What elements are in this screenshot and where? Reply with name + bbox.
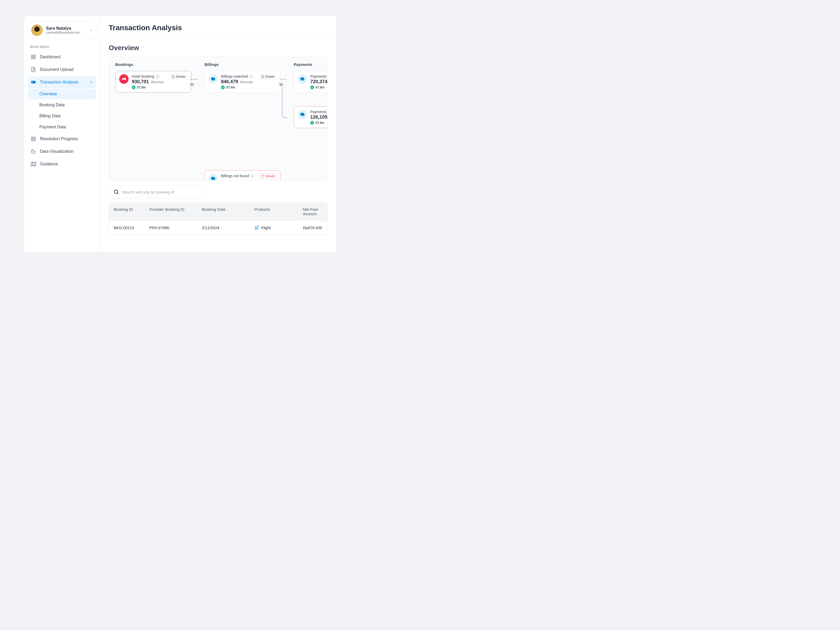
- sidebar-item-dashboard[interactable]: Dashboard: [28, 51, 96, 63]
- search-bar[interactable]: [109, 185, 206, 199]
- svg-text:$: $: [133, 86, 134, 89]
- th-net-fare: Net Fare Amount: [298, 203, 327, 220]
- user-name: Sara Natalya: [46, 26, 89, 31]
- td-booking-id: BKG-00123: [109, 221, 145, 235]
- th-products: Products: [249, 203, 298, 220]
- chevron-up-icon: [90, 80, 94, 84]
- svg-text:$: $: [312, 122, 313, 124]
- page-header: Transaction Analysis: [100, 16, 336, 38]
- details-label: Details: [176, 75, 186, 79]
- card-amount: 57.8m: [316, 121, 324, 125]
- card-icon: [208, 174, 218, 181]
- svg-line-42: [117, 193, 118, 194]
- flow-card-payments-not-found[interactable]: Payments not found 126,105 Records $ 57.: [294, 106, 328, 128]
- card-icon: [298, 74, 307, 84]
- submenu-item-payment-data[interactable]: Payment Data: [28, 122, 96, 132]
- column-title: Bookings: [115, 62, 191, 67]
- svg-rect-7: [32, 137, 33, 139]
- flow-card-hotel-booking[interactable]: Hotel booking 930,701 Records: [115, 71, 191, 93]
- svg-text:$: $: [312, 86, 313, 89]
- submenu-item-overview[interactable]: Overview: [28, 89, 96, 99]
- th-provider-booking-id: Provider Booking ID: [145, 203, 197, 220]
- td-booking-date: 2/11/2024: [197, 221, 249, 235]
- th-booking-date: Booking Date: [197, 203, 249, 220]
- upload-icon: [30, 67, 36, 73]
- flow-card-payments-matched[interactable]: Payments matched 720,374 Records $ 57.8m: [294, 71, 328, 93]
- svg-rect-3: [34, 57, 35, 59]
- eye-icon: [190, 83, 194, 86]
- sidebar-item-label: Guidance: [40, 162, 94, 166]
- card-value: 846,479: [221, 79, 238, 85]
- user-card[interactable]: Sara Natalya saranath@example.com: [28, 22, 96, 39]
- flow-column-billings: Billings Billings matched: [204, 62, 281, 175]
- svg-text:$: $: [222, 86, 224, 89]
- map-icon: [30, 161, 36, 167]
- sidebar-item-label: Dashboard: [40, 55, 94, 59]
- column-title: Payments: [294, 62, 328, 67]
- svg-rect-39: [301, 114, 304, 115]
- page-title: Transaction Analysis: [109, 24, 328, 32]
- sidebar-item-resolution-progress[interactable]: Resolution Progress: [28, 133, 96, 145]
- td-provider-booking-id: PRV-67890: [145, 221, 197, 235]
- submenu-transaction-analysis: Overview Booking Data Billing Data Payme…: [28, 89, 96, 132]
- details-label: Details: [265, 75, 275, 79]
- sidebar-item-guidance[interactable]: Guidance: [28, 158, 96, 170]
- card-title: Payments matched: [310, 74, 328, 79]
- details-button[interactable]: Details: [169, 74, 188, 79]
- column-title: Billings: [204, 62, 281, 67]
- svg-rect-35: [301, 79, 304, 79]
- td-products: Flight: [249, 221, 298, 235]
- svg-point-41: [114, 190, 118, 193]
- card-value: 930,701: [132, 79, 149, 85]
- bed-icon: [119, 74, 129, 84]
- info-icon: [249, 74, 253, 78]
- document-icon: [261, 75, 264, 78]
- card-icon: [298, 110, 307, 119]
- svg-rect-9: [32, 139, 33, 141]
- svg-rect-1: [34, 55, 35, 57]
- sidebar-item-transaction-analysis[interactable]: Transaction Analysis: [28, 76, 96, 88]
- sidebar-item-data-visualization[interactable]: Data Visualization: [28, 145, 96, 158]
- grid-icon: [30, 136, 36, 142]
- eye-node[interactable]: [189, 81, 195, 88]
- svg-rect-8: [34, 137, 35, 139]
- submenu-item-booking-data[interactable]: Booking Data: [28, 100, 96, 110]
- card-icon: [208, 74, 218, 84]
- details-button[interactable]: Details: [259, 173, 277, 179]
- card-title: Payments not found: [310, 110, 328, 114]
- search-input[interactable]: [122, 190, 201, 194]
- card-amount: 57.8m: [137, 85, 146, 89]
- info-icon: [251, 174, 254, 178]
- svg-rect-28: [212, 178, 215, 180]
- flow-container: Bookings Hotel booking: [109, 57, 328, 181]
- svg-rect-2: [32, 57, 33, 59]
- svg-rect-34: [301, 78, 304, 81]
- flow-card-billings-not-found[interactable]: Billings not found Details: [204, 171, 281, 181]
- grid-icon: [30, 54, 36, 60]
- sidebar-item-label: Transaction Analysis: [40, 80, 90, 85]
- main-content: Transaction Analysis Overview Bookings: [100, 16, 336, 252]
- section-title: Overview: [100, 38, 336, 57]
- details-button[interactable]: Details: [259, 74, 277, 79]
- submenu-item-billing-data[interactable]: Billing Data: [28, 111, 96, 121]
- details-label: Details: [265, 174, 275, 178]
- search-icon: [114, 189, 119, 194]
- eye-node[interactable]: [278, 81, 284, 88]
- avatar: [31, 24, 43, 36]
- flow-column-bookings: Bookings Hotel booking: [115, 62, 191, 175]
- td-net-fare: Rp879.000: [298, 221, 327, 235]
- chart-icon: [30, 148, 36, 154]
- sidebar-item-label: Document Upload: [40, 67, 94, 72]
- svg-rect-29: [212, 178, 215, 179]
- svg-marker-11: [31, 162, 36, 166]
- dollar-icon: $: [310, 85, 314, 89]
- card-unit: Records: [240, 80, 253, 84]
- table-row[interactable]: BKG-00123 PRV-67890 2/11/2024 Flight Rp8…: [109, 221, 327, 235]
- card-unit: Records: [151, 80, 164, 84]
- flow-card-billings-matched[interactable]: Billings matched 846,479 Records: [204, 71, 281, 93]
- info-icon: [156, 74, 159, 78]
- svg-rect-21: [212, 79, 215, 79]
- card-value: 126,105: [310, 114, 327, 120]
- svg-point-26: [281, 84, 282, 85]
- sidebar-item-document-upload[interactable]: Document Upload: [28, 63, 96, 76]
